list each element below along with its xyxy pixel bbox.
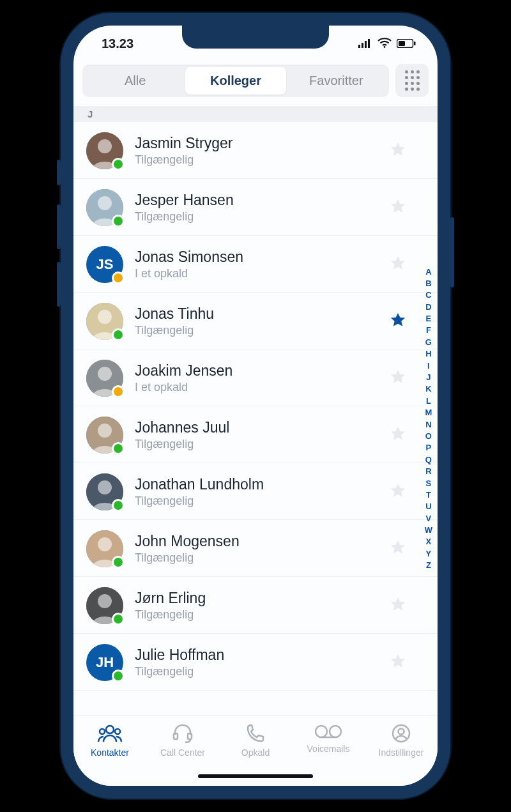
dialpad-button[interactable] [395, 64, 429, 97]
contact-row[interactable]: Johannes JuulTilgængelig [73, 406, 438, 463]
alpha-letter[interactable]: V [426, 513, 432, 524]
contact-row[interactable]: Jonathan LundholmTilgængelig [73, 463, 438, 520]
favorite-star[interactable] [389, 482, 407, 502]
presence-indicator [112, 670, 125, 682]
avatar: JS [86, 246, 123, 283]
favorite-star[interactable] [389, 311, 407, 332]
alpha-letter[interactable]: X [426, 537, 432, 548]
alpha-letter[interactable]: W [425, 525, 432, 536]
favorite-star[interactable] [389, 254, 407, 275]
favorite-star[interactable] [389, 197, 407, 218]
contact-status: Tilgængelig [135, 210, 378, 224]
contact-row[interactable]: JHJulie HoffmanTilgængelig [73, 634, 438, 691]
contact-info: Jonathan LundholmTilgængelig [135, 476, 378, 509]
alpha-letter[interactable]: R [425, 466, 431, 477]
presence-indicator [112, 385, 125, 398]
screen: 13.23 Alle Kolleger Favoritter [73, 26, 438, 786]
alpha-letter[interactable]: P [426, 443, 432, 454]
alpha-letter[interactable]: H [425, 349, 431, 360]
tab-all[interactable]: Alle [85, 67, 185, 95]
alpha-letter[interactable]: F [426, 325, 431, 336]
presence-indicator [112, 442, 125, 455]
contact-row[interactable]: Jasmin StrygerTilgængelig [73, 122, 438, 179]
tab-colleagues[interactable]: Kolleger [185, 67, 286, 95]
segmented-control: Alle Kolleger Favoritter [82, 65, 389, 97]
alpha-letter[interactable]: I [427, 360, 430, 371]
contact-info: Joakim JensenI et opkald [135, 362, 378, 395]
avatar [86, 303, 123, 340]
avatar [86, 189, 123, 226]
alpha-letter[interactable]: C [425, 290, 431, 301]
alpha-letter[interactable]: Z [426, 560, 431, 571]
svg-point-21 [98, 537, 112, 551]
presence-indicator [112, 556, 125, 569]
contact-row[interactable]: Jesper HansenTilgængelig [73, 179, 438, 236]
alpha-letter[interactable]: J [426, 372, 431, 383]
home-indicator [198, 774, 313, 778]
svg-rect-7 [399, 41, 405, 46]
contact-name: Johannes Juul [135, 419, 378, 437]
svg-point-17 [98, 424, 112, 438]
nav-label: Indstillinger [379, 747, 424, 758]
avatar [86, 530, 123, 567]
nav-label: Voicemails [307, 744, 350, 754]
favorite-star[interactable] [389, 368, 407, 388]
contact-name: Jesper Hansen [135, 192, 378, 210]
contact-row[interactable]: Jonas TinhuTilgængelig [73, 293, 438, 349]
favorite-star[interactable] [389, 425, 407, 445]
svg-point-4 [384, 46, 386, 48]
wifi-icon [378, 36, 392, 51]
favorite-star[interactable] [389, 595, 407, 616]
contact-list[interactable]: Jasmin StrygerTilgængeligJesper HansenTi… [73, 122, 438, 716]
contact-info: Julie HoffmanTilgængelig [135, 647, 378, 679]
contact-row[interactable]: JSJonas SimonsenI et opkald [73, 236, 438, 293]
favorite-star[interactable] [389, 652, 407, 673]
svg-point-13 [98, 310, 112, 324]
alpha-letter[interactable]: M [425, 408, 432, 418]
svg-rect-6 [414, 42, 416, 45]
alpha-index[interactable]: ABCDEFGHIJKLMNOPQRSTUVWXYZ [425, 266, 432, 571]
favorite-star[interactable] [389, 141, 407, 161]
alpha-letter[interactable]: O [425, 431, 432, 442]
alpha-letter[interactable]: K [425, 384, 431, 395]
nav-label: Call Center [160, 747, 205, 758]
contact-row[interactable]: Joakim JensenI et opkald [73, 349, 438, 406]
alpha-letter[interactable]: N [425, 419, 431, 430]
cellular-icon [358, 36, 372, 51]
dialpad-icon [405, 70, 420, 91]
avatar [86, 417, 123, 454]
presence-indicator [112, 328, 125, 341]
contact-row[interactable]: Jørn ErlingTilgængelig [73, 577, 438, 634]
favorite-star[interactable] [389, 539, 407, 559]
nav-item-opkald[interactable]: Opkald [219, 724, 292, 758]
contact-name: Jonathan Lundholm [135, 476, 378, 494]
contact-info: Jasmin StrygerTilgængelig [135, 135, 378, 167]
alpha-letter[interactable]: E [426, 314, 432, 325]
alpha-letter[interactable]: S [426, 478, 432, 489]
alpha-letter[interactable]: D [425, 302, 431, 312]
alpha-letter[interactable]: T [426, 490, 431, 501]
nav-item-kontakter[interactable]: Kontakter [73, 724, 146, 758]
contact-status: Tilgængelig [135, 551, 378, 565]
contact-row[interactable]: John MogensenTilgængelig [73, 520, 438, 577]
contact-status: Tilgængelig [135, 324, 378, 337]
nav-item-call-center[interactable]: Call Center [146, 724, 219, 758]
alpha-letter[interactable]: L [426, 395, 431, 406]
side-button [57, 204, 61, 249]
contact-info: Johannes JuulTilgængelig [135, 419, 378, 452]
tab-favorites[interactable]: Favoritter [286, 67, 386, 95]
alpha-letter[interactable]: B [425, 279, 431, 289]
nav-item-indstillinger[interactable]: Indstillinger [365, 724, 438, 758]
nav-item-voicemails[interactable]: Voicemails [292, 724, 365, 754]
alpha-letter[interactable]: A [425, 266, 431, 277]
contact-status: Tilgængelig [135, 153, 378, 167]
people-icon [97, 724, 123, 745]
avatar [86, 473, 123, 510]
status-time: 13.23 [102, 36, 133, 51]
alpha-letter[interactable]: U [425, 502, 431, 512]
alpha-letter[interactable]: Q [425, 454, 432, 465]
alpha-letter[interactable]: Y [426, 549, 432, 560]
alpha-letter[interactable]: G [425, 337, 432, 348]
contact-info: Jonas SimonsenI et opkald [135, 249, 378, 281]
svg-point-30 [330, 726, 341, 737]
